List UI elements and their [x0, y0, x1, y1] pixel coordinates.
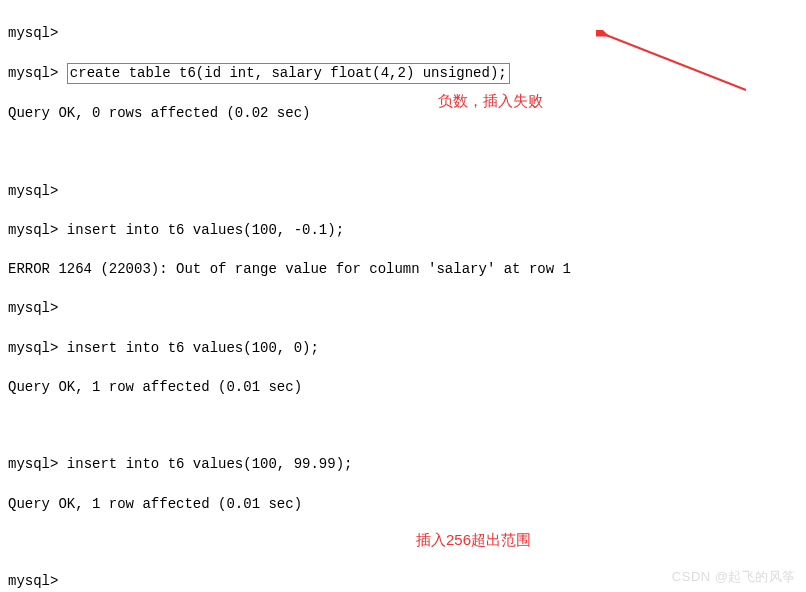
prompt: mysql>: [8, 300, 58, 316]
prompt: mysql>: [8, 183, 58, 199]
command-text: insert into t6 values(100, 99.99);: [67, 456, 353, 472]
output-line: Query OK, 0 rows affected (0.02 sec): [8, 104, 798, 124]
highlighted-command: create table t6(id int, salary float(4,2…: [67, 63, 510, 85]
terminal-output: mysql> mysql> create table t6(id int, sa…: [8, 4, 798, 592]
output-line: Query OK, 1 row affected (0.01 sec): [8, 495, 798, 515]
prompt: mysql>: [8, 340, 58, 356]
prompt: mysql>: [8, 573, 58, 589]
command-text: insert into t6 values(100, -0.1);: [67, 222, 344, 238]
output-line: Query OK, 1 row affected (0.01 sec): [8, 378, 798, 398]
prompt: mysql>: [8, 25, 58, 41]
error-line: ERROR 1264 (22003): Out of range value f…: [8, 260, 798, 280]
prompt: mysql>: [8, 456, 58, 472]
annotation-negative: 负数，插入失败: [438, 90, 543, 111]
prompt: mysql>: [8, 65, 58, 81]
command-text: insert into t6 values(100, 0);: [67, 340, 319, 356]
annotation-overflow: 插入256超出范围: [416, 529, 531, 550]
prompt: mysql>: [8, 222, 58, 238]
watermark-text: CSDN @起飞的风筝: [672, 568, 796, 586]
